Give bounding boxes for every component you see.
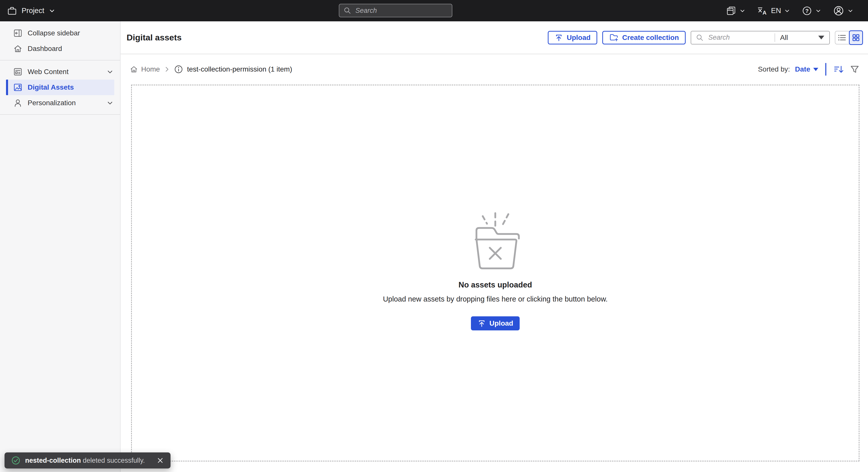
filter-icon[interactable] xyxy=(849,64,860,74)
help-icon: ? xyxy=(802,5,812,16)
chevron-down-icon xyxy=(815,8,821,14)
success-check-icon xyxy=(11,456,21,465)
svg-text:?: ? xyxy=(805,8,808,14)
type-filter-value: All xyxy=(780,34,788,42)
global-search-input[interactable] xyxy=(355,6,448,15)
sidebar-item-label: Web Content xyxy=(28,68,68,76)
breadcrumb-row: Home test-collection-permission (1 item)… xyxy=(121,54,868,84)
sidebar-divider xyxy=(0,114,120,115)
toast-message-text: deleted successfully. xyxy=(81,457,145,464)
empty-upload-label: Upload xyxy=(490,319,514,327)
project-switcher[interactable]: Project xyxy=(0,6,55,15)
view-toggle xyxy=(835,31,863,44)
sidebar-item-personalization[interactable]: Personalization xyxy=(0,95,120,111)
empty-state-description: Upload new assets by dropping files here… xyxy=(383,295,608,303)
topbar: Project xyxy=(0,0,868,21)
language-menu[interactable]: A EN xyxy=(757,5,790,16)
page-title: Digital assets xyxy=(127,33,182,42)
empty-state: No assets uploaded Upload new assets by … xyxy=(383,211,608,331)
sort-bar: Sorted by: Date xyxy=(758,63,860,75)
collapse-sidebar-icon xyxy=(13,29,23,38)
asset-drop-zone[interactable]: No assets uploaded Upload new assets by … xyxy=(131,85,860,462)
info-icon[interactable] xyxy=(174,65,183,74)
chevron-down-icon xyxy=(106,68,114,75)
header-actions: Upload Create collection xyxy=(548,31,863,44)
chevron-down-icon xyxy=(739,8,745,14)
empty-upload-button[interactable]: Upload xyxy=(471,316,520,331)
language-label: EN xyxy=(771,6,781,15)
create-collection-label: Create collection xyxy=(622,34,679,42)
empty-state-title: No assets uploaded xyxy=(459,280,532,289)
sidebar: Collapse sidebar Dashboard Web Content xyxy=(0,21,121,472)
user-menu[interactable] xyxy=(833,5,854,17)
upload-icon xyxy=(555,33,563,42)
upload-button[interactable]: Upload xyxy=(548,31,597,44)
digital-assets-icon xyxy=(13,83,23,92)
chevron-down-icon xyxy=(784,8,790,14)
search-icon xyxy=(343,6,351,14)
chevron-down-icon xyxy=(49,7,55,14)
breadcrumb-home-label: Home xyxy=(141,65,160,73)
sidebar-item-digital-assets[interactable]: Digital Assets xyxy=(6,80,114,95)
caret-down-icon xyxy=(813,68,818,71)
personalization-icon xyxy=(13,98,23,108)
sidebar-item-label: Dashboard xyxy=(28,45,62,53)
main-content: Digital assets Upload xyxy=(121,21,868,472)
upload-button-label: Upload xyxy=(567,34,590,42)
project-label: Project xyxy=(22,6,44,15)
help-menu[interactable]: ? xyxy=(802,5,821,16)
type-filter-select[interactable]: All xyxy=(775,31,829,44)
search-icon xyxy=(696,34,704,42)
close-icon[interactable] xyxy=(156,457,164,464)
apps-icon xyxy=(726,5,736,16)
topbar-right-controls: A EN ? xyxy=(726,5,868,17)
sort-divider xyxy=(825,63,826,75)
breadcrumb-current: test-collection-permission (1 item) xyxy=(187,65,292,73)
list-view-button[interactable] xyxy=(835,31,849,44)
create-collection-icon xyxy=(609,33,619,42)
home-icon xyxy=(130,65,138,73)
breadcrumb: Home test-collection-permission (1 item) xyxy=(130,65,292,74)
sort-field-value: Date xyxy=(795,65,810,73)
svg-text:A: A xyxy=(763,9,767,16)
sidebar-divider xyxy=(0,60,120,61)
asset-search: All xyxy=(691,31,830,44)
grid-view-button[interactable] xyxy=(849,30,863,45)
create-collection-button[interactable]: Create collection xyxy=(602,31,686,44)
home-icon xyxy=(13,44,23,53)
chevron-right-icon xyxy=(164,66,170,72)
briefcase-icon xyxy=(7,6,17,15)
web-content-icon xyxy=(13,67,23,76)
collapse-sidebar-label: Collapse sidebar xyxy=(28,29,80,37)
grid-view-icon xyxy=(851,33,861,42)
sidebar-item-web-content[interactable]: Web Content xyxy=(0,64,120,80)
apps-menu[interactable] xyxy=(726,5,745,16)
sidebar-item-label: Personalization xyxy=(28,99,75,107)
caret-down-icon xyxy=(818,36,824,39)
asset-search-input[interactable] xyxy=(708,33,770,42)
sidebar-item-label: Digital Assets xyxy=(28,83,74,91)
chevron-down-icon xyxy=(106,99,114,106)
list-view-icon xyxy=(837,33,847,42)
chevron-down-icon xyxy=(847,8,854,14)
toast-item-name: nested-collection xyxy=(25,457,81,464)
translate-icon: A xyxy=(757,5,768,16)
global-search xyxy=(339,4,452,17)
sidebar-item-dashboard[interactable]: Dashboard xyxy=(0,41,120,57)
toast-message: nested-collection deleted successfully. xyxy=(25,457,145,465)
upload-icon xyxy=(477,319,486,328)
asset-search-field xyxy=(691,33,775,42)
user-icon xyxy=(833,5,844,17)
sorted-by-label: Sorted by: xyxy=(758,65,790,73)
breadcrumb-home[interactable]: Home xyxy=(130,65,160,73)
sort-field-select[interactable]: Date xyxy=(795,65,818,73)
toast-notification: nested-collection deleted successfully. xyxy=(4,452,170,469)
page-header: Digital assets Upload xyxy=(121,21,868,54)
sort-direction-icon[interactable] xyxy=(833,64,844,74)
empty-folder-icon xyxy=(468,211,522,270)
collapse-sidebar-button[interactable]: Collapse sidebar xyxy=(0,25,120,41)
